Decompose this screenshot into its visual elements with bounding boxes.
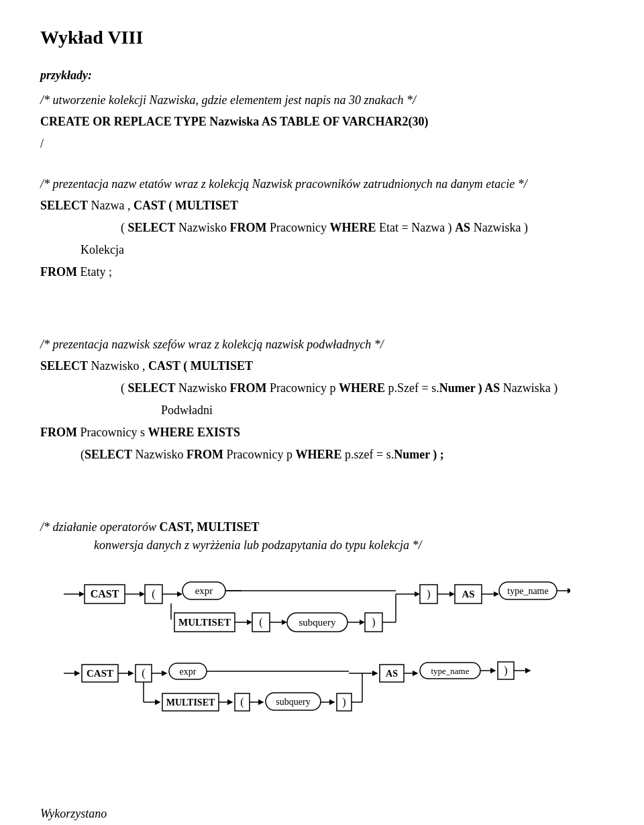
svg-text:subquery: subquery xyxy=(276,697,310,707)
open-paren2-label: ( xyxy=(259,616,262,628)
multiset-label: MULTISET xyxy=(178,617,231,628)
expr-label: expr xyxy=(195,585,213,596)
svg-marker-4 xyxy=(140,591,145,597)
svg-marker-32 xyxy=(494,591,499,597)
subquery-label: subquery xyxy=(299,617,336,628)
footer-line1: Wykorzystano xyxy=(40,804,604,824)
code-from1: FROM Etaty ; xyxy=(40,263,604,281)
code-subselect2: ( SELECT Nazwisko FROM Pracownicy p WHER… xyxy=(121,379,604,397)
svg-text:AS: AS xyxy=(386,669,398,679)
as-label: AS xyxy=(462,589,474,599)
code-select2: SELECT Nazwisko , CAST ( MULTISET xyxy=(40,357,604,375)
svg-marker-29 xyxy=(449,591,455,597)
page-title: Wykład VIII xyxy=(40,27,604,48)
svg-text:type_name: type_name xyxy=(431,666,469,676)
diagram-container: CAST ( expr MULTISET xyxy=(60,573,604,737)
code-line1: CREATE OR REPLACE TYPE Nazwiska AS TABLE… xyxy=(40,113,604,131)
svg-marker-1 xyxy=(79,591,85,597)
code-subselect3: (SELECT Nazwisko FROM Pracownicy p WHERE… xyxy=(80,446,604,464)
comment2: /* prezentacja nazw etatów wraz z kolekc… xyxy=(40,177,604,191)
section3: /* działanie operatorów CAST, MULTISET k… xyxy=(40,520,604,552)
svg-marker-35 xyxy=(568,588,570,593)
comment3: /* prezentacja nazwisk szefów wraz z kol… xyxy=(40,338,604,352)
svg-text:(: ( xyxy=(240,696,244,708)
svg-text:MULTISET: MULTISET xyxy=(166,697,215,708)
code-podwladni: Podwładni xyxy=(161,401,604,420)
svg-marker-20 xyxy=(360,620,365,625)
operators-comment: /* działanie operatorów CAST, MULTISET xyxy=(40,520,604,534)
operators-comment2: konwersja danych z wyrżżenia lub podzapy… xyxy=(94,538,604,552)
svg-text:): ) xyxy=(342,696,345,708)
code-select1: SELECT Nazwa , CAST ( MULTISET xyxy=(40,197,604,215)
close-paren3-label: ) xyxy=(427,588,430,600)
svg-marker-14 xyxy=(247,620,252,625)
open-paren-label: ( xyxy=(152,588,155,600)
type-name-label: type_name xyxy=(507,586,548,596)
section2: /* prezentacja nazwisk szefów wraz z kol… xyxy=(40,338,604,464)
svg-marker-7 xyxy=(177,591,182,597)
footer: Wykorzystano Wykłady dr inż. Olga Siedle… xyxy=(40,804,604,825)
code-from2: FROM Pracownicy s WHERE EXISTS xyxy=(40,424,604,442)
cast-label: CAST xyxy=(91,588,119,599)
section1: /* utworzenie kolekcji Nazwiska, gdzie e… xyxy=(40,93,604,281)
code-subselect1: ( SELECT Nazwisko FROM Pracownicy WHERE … xyxy=(121,219,604,237)
comment1: /* utworzenie kolekcji Nazwiska, gdzie e… xyxy=(40,93,604,107)
code-line2: / xyxy=(40,135,604,153)
svg-text:): ) xyxy=(504,665,507,677)
svg-text:expr: expr xyxy=(180,667,197,677)
svg-text:(: ( xyxy=(142,667,145,679)
svg-marker-26 xyxy=(415,591,420,597)
svg-text:CAST: CAST xyxy=(87,668,113,679)
examples-label: przykłady: xyxy=(40,68,604,83)
code-kolekcja: Kolekcja xyxy=(80,241,604,259)
svg-marker-17 xyxy=(282,620,287,625)
close-paren2-label: ) xyxy=(372,616,375,628)
